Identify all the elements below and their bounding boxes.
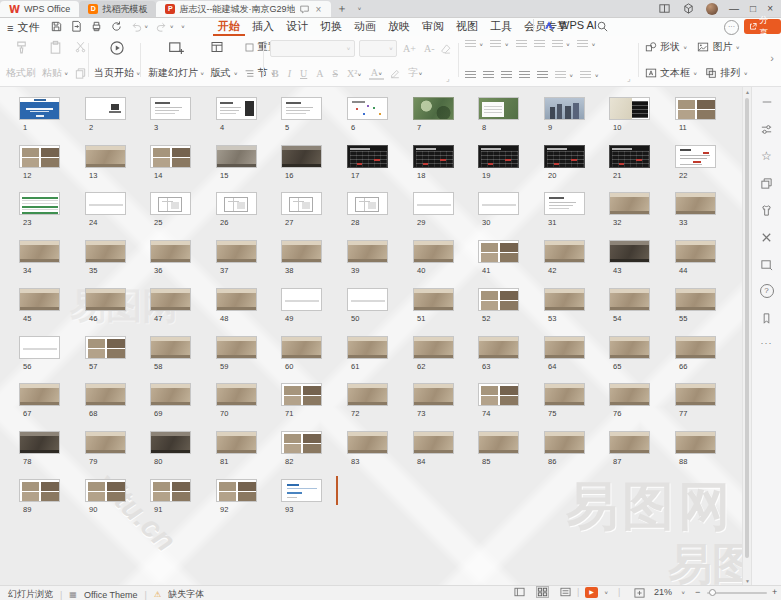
text-direction-button[interactable]: ∨ <box>552 40 570 49</box>
paragraph-dialog-launcher[interactable]: ⌟ <box>627 74 631 83</box>
toolbox-icon[interactable] <box>760 230 774 244</box>
wps-ai-button[interactable]: WPS AI <box>528 19 597 31</box>
slide-thumbnail-80[interactable] <box>150 431 191 454</box>
highlight-color-icon[interactable] <box>389 67 401 79</box>
assistant-icon[interactable]: ··· <box>724 20 739 35</box>
slide-thumbnail-42[interactable] <box>544 240 585 263</box>
slide-thumbnail-44[interactable] <box>675 240 716 263</box>
slide-thumbnail-63[interactable] <box>478 336 519 359</box>
slide-thumbnail-68[interactable] <box>85 383 126 406</box>
slide-thumbnail-64[interactable] <box>544 336 585 359</box>
slide-thumbnail-32[interactable] <box>609 192 650 215</box>
slide-thumbnail-51[interactable] <box>413 288 454 311</box>
slide-thumbnail-35[interactable] <box>85 240 126 263</box>
new-slide-button[interactable]: 新建幻灯片∨ <box>148 40 204 80</box>
slide-thumbnail-88[interactable] <box>675 431 716 454</box>
zoom-in-button[interactable]: + <box>772 587 777 597</box>
bold-button[interactable]: B <box>270 68 281 79</box>
slide-thumbnail-84[interactable] <box>413 431 454 454</box>
slide-thumbnail-72[interactable] <box>347 383 388 406</box>
font-color-button[interactable]: A∨ <box>369 67 385 80</box>
tab-close-icon[interactable]: × <box>314 4 322 15</box>
slide-thumbnail-8[interactable] <box>478 97 519 120</box>
bullets-button[interactable]: ∨ <box>465 40 483 49</box>
tab-docer-templates[interactable]: D 找稻壳模板 <box>79 1 156 17</box>
close-button[interactable]: × <box>767 4 773 14</box>
tab-transition[interactable]: 切换 <box>315 18 347 36</box>
shadow-button[interactable]: A <box>314 68 325 79</box>
slide-thumbnail-40[interactable] <box>413 240 454 263</box>
save-icon[interactable] <box>50 20 63 33</box>
cut-icon[interactable] <box>74 40 87 53</box>
slide-thumbnail-9[interactable] <box>544 97 585 120</box>
slide-thumbnail-87[interactable] <box>609 431 650 454</box>
copy-icon[interactable] <box>74 67 87 80</box>
slide-thumbnail-18[interactable] <box>413 145 454 168</box>
scrollbar-thumb[interactable] <box>745 98 749 558</box>
slide-thumbnail-2[interactable] <box>85 97 126 120</box>
split-view-icon[interactable] <box>658 2 671 15</box>
template-icon[interactable] <box>760 311 774 325</box>
superscript-button[interactable]: X²∨ <box>345 68 364 79</box>
export-icon[interactable] <box>70 20 83 33</box>
slide-thumbnail-33[interactable] <box>675 192 716 215</box>
slide-sorter-canvas[interactable]: 易图网 yitu.cn 易图网 易图网 12345678910111213141… <box>0 87 781 586</box>
shapes-button[interactable]: 形状∨ <box>645 40 687 54</box>
phonetic-guide-button[interactable]: 字∨ <box>406 66 424 80</box>
textbox-button[interactable]: 文本框∨ <box>645 66 697 80</box>
slide-thumbnail-52[interactable] <box>478 288 519 311</box>
slide-thumbnail-22[interactable] <box>675 145 716 168</box>
comment-icon[interactable] <box>299 4 310 15</box>
ribbon-expand-icon[interactable]: › <box>770 52 774 64</box>
tab-animation[interactable]: 动画 <box>349 18 381 36</box>
increase-font-icon[interactable]: A+ <box>401 43 418 54</box>
vertical-scrollbar[interactable]: ▲ ▼ <box>742 87 751 586</box>
picture-button[interactable]: 图片∨ <box>697 40 739 54</box>
tab-design[interactable]: 设计 <box>281 18 313 36</box>
slide-thumbnail-65[interactable] <box>609 336 650 359</box>
screenshot-icon[interactable] <box>760 257 774 271</box>
slide-thumbnail-43[interactable] <box>609 240 650 263</box>
slide-thumbnail-30[interactable] <box>478 192 519 215</box>
slide-thumbnail-56[interactable] <box>19 336 60 359</box>
clear-format-icon[interactable] <box>440 43 452 55</box>
properties-icon[interactable] <box>760 122 774 136</box>
slide-thumbnail-58[interactable] <box>150 336 191 359</box>
slide-thumbnail-75[interactable] <box>544 383 585 406</box>
slide-thumbnail-38[interactable] <box>281 240 322 263</box>
line-spacing-button[interactable]: ∨ <box>555 71 573 80</box>
arrange-button[interactable]: 排列∨ <box>705 66 747 80</box>
reading-view-icon[interactable] <box>560 587 571 597</box>
slide-thumbnail-93[interactable] <box>281 479 322 502</box>
redo-button[interactable]: ∨ <box>155 20 173 33</box>
slide-thumbnail-20[interactable] <box>544 145 585 168</box>
fit-to-window-icon[interactable] <box>634 588 645 598</box>
layout-button[interactable]: 版式∨ <box>210 66 237 80</box>
tab-list-button[interactable]: ∨ <box>352 0 366 17</box>
slide-thumbnail-76[interactable] <box>609 383 650 406</box>
slide-thumbnail-53[interactable] <box>544 288 585 311</box>
tab-document[interactable]: P 唐志汉--能建城发·南京G29地 × <box>156 1 331 17</box>
slide-thumbnail-67[interactable] <box>19 383 60 406</box>
collapse-sidebar-icon[interactable] <box>760 95 774 109</box>
paste-button[interactable]: 粘贴∨ <box>42 40 68 80</box>
slide-thumbnail-36[interactable] <box>150 240 191 263</box>
slide-thumbnail-69[interactable] <box>150 383 191 406</box>
columns-button[interactable]: ∨ <box>580 71 598 80</box>
tab-home[interactable]: 开始 <box>213 18 245 36</box>
normal-view-icon[interactable] <box>514 587 525 597</box>
slide-thumbnail-74[interactable] <box>478 383 519 406</box>
play-from-current-button[interactable]: 当页开始∨ <box>94 40 140 80</box>
file-menu-button[interactable]: ≡ 文件 <box>7 20 39 35</box>
decrease-font-icon[interactable]: A- <box>422 43 437 54</box>
numbering-button[interactable]: ∨ <box>490 40 508 49</box>
slide-thumbnail-37[interactable] <box>216 240 257 263</box>
slide-thumbnail-11[interactable] <box>675 97 716 120</box>
slide-thumbnail-47[interactable] <box>150 288 191 311</box>
zoom-slider[interactable] <box>707 592 767 594</box>
slide-thumbnail-3[interactable] <box>150 97 191 120</box>
align-right-icon[interactable] <box>501 71 512 80</box>
slide-thumbnail-49[interactable] <box>281 288 322 311</box>
slide-thumbnail-79[interactable] <box>85 431 126 454</box>
maximize-button[interactable]: □ <box>750 4 756 14</box>
